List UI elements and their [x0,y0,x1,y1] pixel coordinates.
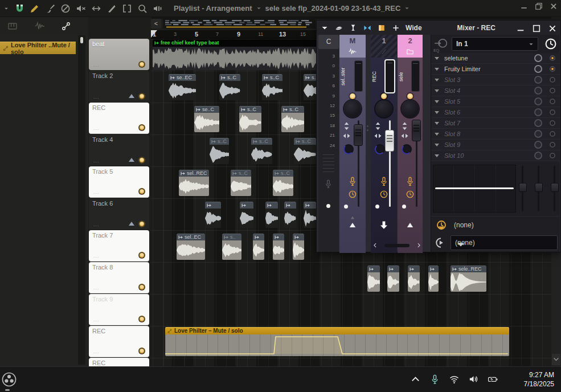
automation-curve-area[interactable] [165,334,509,356]
track-header-1[interactable]: beat ... [89,39,149,70]
pan-knob[interactable] [344,100,361,117]
clip-header[interactable]: sel..REC [179,170,209,177]
slot-enable-led[interactable] [550,88,555,93]
track-menu-dots[interactable]: ... [93,349,100,354]
arrangement-minimap[interactable] [163,19,316,28]
mic-icon[interactable] [379,176,389,186]
track-record-led[interactable] [138,348,145,354]
taskbar-clock[interactable]: 9:27 AM 7/18/2025 [524,370,554,389]
slot-enable-led[interactable] [550,55,555,61]
updown-arrows-icon[interactable] [400,121,409,130]
eq-band-slider-1[interactable] [519,165,526,213]
leftright-arrows-icon[interactable] [342,132,351,140]
clip-waveform-area[interactable] [194,113,219,132]
mic-icon[interactable] [405,176,415,186]
channel-dot[interactable] [402,205,406,209]
pan-knob[interactable] [375,100,392,117]
clip-waveform-area[interactable] [177,240,205,260]
clip-header[interactable]: s..C [273,170,293,177]
mixer-layout-caret-icon[interactable] [435,23,444,32]
clip-waveform-area[interactable] [231,177,251,196]
slot-enable-led[interactable] [550,109,555,115]
track-menu-dots[interactable]: ... [93,94,100,100]
slot-caret-icon[interactable] [435,68,439,71]
clip-waveform-area[interactable] [293,240,304,260]
mixer-record-time-icon[interactable] [544,37,558,51]
channel-header[interactable]: 2 [398,35,423,58]
slot-enable-led[interactable] [550,77,555,83]
effect-slot-10[interactable]: Slot 10 [431,150,560,161]
title-caret-icon2[interactable] [404,5,410,11]
mixer-hscrollbar[interactable] [371,242,423,249]
group-arrow-icon[interactable] [129,94,134,98]
leftright-arrows-icon[interactable] [374,132,382,140]
leftright-arrows-icon[interactable] [400,132,409,140]
channel-dot[interactable] [326,204,330,208]
fader-handle[interactable] [385,130,394,152]
chevron-left-icon[interactable] [372,242,378,248]
slot-mix-knob[interactable] [534,54,542,62]
slot-enable-led[interactable] [550,153,555,158]
clip-waveform-area[interactable] [239,113,261,132]
clip-waveform-area[interactable] [251,145,272,164]
mixer-minimize-button[interactable] [516,24,525,33]
audio-clip[interactable] [367,266,380,292]
audio-clip[interactable]: s..C [281,106,304,132]
clip-header[interactable]: s..C [219,74,240,81]
clip-header[interactable]: s..C [231,170,251,177]
route-tri-up-icon[interactable] [406,220,415,230]
effect-slot-2[interactable]: Fruity Limiter [431,64,560,75]
audio-clip[interactable] [293,234,304,260]
tray-wifi-icon[interactable] [449,374,460,385]
chevron-down-icon[interactable] [436,222,447,234]
track-header-8[interactable]: Track 8 ... [89,262,149,293]
clip-waveform-area[interactable] [253,240,264,260]
slot-caret-icon[interactable] [435,57,439,60]
audio-clip[interactable]: s..C [219,74,240,100]
slot-mix-knob[interactable] [534,65,542,73]
audio-clip[interactable] [387,266,399,292]
clip-header[interactable]: s.. [222,234,241,240]
clock-icon[interactable] [406,190,415,199]
track-header-2[interactable]: Track 2 ... [89,71,149,102]
mixer-swatch-icon[interactable] [377,23,386,32]
channel-header[interactable]: 1 [371,35,397,58]
magnet-tool-icon[interactable] [14,3,25,14]
stereo-sep-knob[interactable] [375,144,385,154]
slot-enable-led[interactable] [550,142,555,148]
audio-clip[interactable]: s..C [210,138,229,164]
clip-header[interactable]: s..C [210,138,229,145]
main-menu-caret-icon[interactable] [0,4,13,13]
slot-caret-icon[interactable] [435,133,439,136]
clip-header[interactable]: se..EC [169,74,196,81]
clip-header[interactable] [387,266,399,272]
track-record-led[interactable] [138,124,145,131]
stretch-tool-icon[interactable] [91,3,102,14]
slot-caret-icon[interactable] [435,89,439,92]
picker-scrollbar[interactable] [78,35,85,365]
channel-header[interactable]: M [339,35,366,58]
track-record-led[interactable] [138,252,145,259]
track-header-9[interactable]: Track 9 ... [89,294,149,325]
clip-header[interactable] [284,202,296,209]
clip-header[interactable] [428,266,439,272]
playlist-back-button[interactable]: < [151,19,161,28]
group-arrow-icon[interactable] [129,222,134,226]
clip-waveform-area[interactable] [451,272,486,292]
slot-enable-led[interactable] [550,120,555,126]
fader-handle[interactable] [354,124,363,146]
audio-clip[interactable] [253,234,264,260]
eq-slider-handle[interactable] [551,183,559,192]
slot-caret-icon[interactable] [435,100,439,103]
clip-header[interactable]: s..C [262,74,282,81]
mixer-close-button[interactable] [548,24,557,33]
audio-clip[interactable] [304,202,316,228]
track-menu-dots[interactable]: ... [93,189,100,195]
track-header-7[interactable]: Track 7 ... [89,230,149,262]
track-header-3[interactable]: REC ... [89,103,149,134]
picker-scroll-thumb[interactable] [80,37,83,43]
zoom-tool-icon[interactable] [137,3,148,14]
clip-waveform-area[interactable] [222,240,241,260]
audio-clip[interactable] [273,234,284,260]
updown-arrows-icon[interactable] [374,121,382,130]
